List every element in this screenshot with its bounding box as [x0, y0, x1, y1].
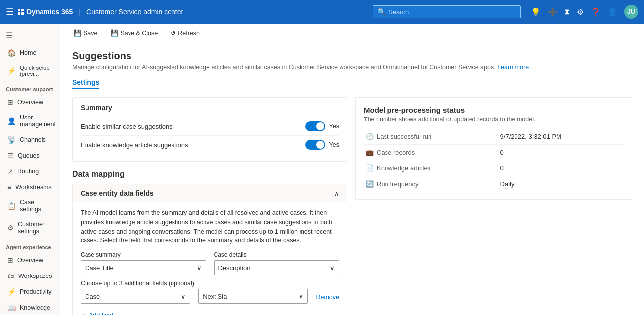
- settings-tab[interactable]: Settings: [72, 79, 99, 89]
- channels-icon: 📡: [7, 136, 16, 144]
- sidebar-item-customer-settings[interactable]: ⚙ Customer settings: [0, 217, 60, 238]
- model-status-card: Model pre-processing status The number s…: [355, 97, 632, 200]
- user-icon[interactable]: 👤: [607, 7, 617, 17]
- data-mapping-section: Data mapping Case entity data fields ∧ T…: [72, 170, 347, 315]
- case-summary-details-row: Case summary Case Title ∨ Case details: [81, 251, 339, 275]
- summary-body: Enable similar case suggestions Yes Enab…: [73, 118, 347, 161]
- case-entity-section: Case entity data fields ∧ The AI model l…: [72, 184, 347, 315]
- sidebar-item-queues[interactable]: ☰ Queues: [0, 148, 60, 163]
- hamburger-icon[interactable]: ☰: [6, 6, 14, 17]
- sidebar-toggle[interactable]: ☰: [0, 26, 60, 45]
- page-title: Suggestions: [72, 50, 632, 62]
- case-records-value: 0: [498, 145, 624, 160]
- routing-icon: ↗: [7, 167, 13, 175]
- plus-icon[interactable]: ➕: [548, 7, 558, 17]
- optional-field1-select[interactable]: Case ∨: [81, 289, 190, 304]
- sidebar-case-settings-label: Case settings: [20, 199, 54, 213]
- sidebar-quick-setup-label: Quick setup (previ...: [20, 65, 54, 77]
- add-field-button[interactable]: ＋ Add field: [81, 309, 113, 315]
- main-layout: ☰ 🏠 Home ⚡ Quick setup (previ... Custome…: [0, 24, 644, 315]
- avatar[interactable]: JU: [624, 5, 638, 19]
- sidebar-item-overview-cs[interactable]: ⊞ Overview: [0, 94, 60, 110]
- sidebar-item-home[interactable]: 🏠 Home: [0, 45, 60, 61]
- optional-fields-row: Case ∨ Next Sla ∨: [81, 289, 339, 304]
- summary-title: Summary: [73, 98, 347, 118]
- filter-icon[interactable]: ⧗: [564, 7, 570, 16]
- optional-field2-chevron: ∨: [299, 293, 303, 300]
- sidebar-item-overview-ae[interactable]: ⊞ Overview: [0, 252, 60, 268]
- settings-icon[interactable]: ⚙: [577, 7, 584, 17]
- sidebar-item-workspaces[interactable]: 🗂 Workspaces: [0, 268, 60, 284]
- run-frequency-icon: 🔄: [366, 180, 374, 188]
- sidebar-item-user-management[interactable]: 👤 User management: [0, 110, 60, 132]
- case-summary-label: Case summary: [81, 251, 206, 258]
- knowledge-article-value: Yes: [329, 141, 339, 148]
- knowledge-article-label: Enable knowledge article suggestions: [81, 141, 188, 149]
- sidebar-item-channels[interactable]: 📡 Channels: [0, 132, 60, 148]
- knowledge-article-toggle-wrapper: Yes: [305, 140, 339, 150]
- two-column-layout: Summary Enable similar case suggestions …: [72, 97, 632, 315]
- case-entity-header[interactable]: Case entity data fields ∧: [72, 184, 347, 202]
- sidebar-user-management-label: User management: [20, 114, 56, 128]
- sidebar-knowledge-label: Knowledge: [20, 304, 50, 311]
- case-summary-group: Case summary Case Title ∨: [81, 251, 206, 275]
- dynamics-grid-icon: [18, 9, 24, 15]
- refresh-button[interactable]: ↺ Refresh: [165, 27, 205, 39]
- run-frequency-value: Daily: [498, 176, 624, 192]
- sidebar-productivity-label: Productivity: [20, 288, 52, 295]
- sidebar-queues-label: Queues: [18, 152, 40, 159]
- knowledge-article-toggle[interactable]: [305, 140, 325, 150]
- sidebar-item-case-settings[interactable]: 📋 Case settings: [0, 195, 60, 217]
- similar-case-toggle[interactable]: [305, 121, 325, 131]
- overview-ae-icon: ⊞: [7, 256, 13, 264]
- save-close-button[interactable]: 💾 Save & Close: [105, 27, 164, 39]
- search-input[interactable]: [388, 8, 516, 16]
- data-mapping-title: Data mapping: [72, 170, 347, 179]
- similar-case-toggle-wrapper: Yes: [305, 121, 339, 131]
- case-entity-description: The AI model learns from the summary and…: [81, 208, 339, 245]
- model-run-frequency-row: 🔄 Run frequency Daily: [364, 176, 624, 192]
- app-name: Dynamics 365: [27, 8, 73, 16]
- case-details-chevron: ∨: [330, 264, 335, 272]
- case-details-group: Case details Description ∨: [214, 251, 340, 275]
- learn-more-link[interactable]: Learn more: [497, 64, 529, 71]
- case-records-icon: 💼: [366, 149, 374, 156]
- summary-card: Summary Enable similar case suggestions …: [72, 97, 347, 162]
- model-last-run-row: 🕐 Last successful run 9/7/2022, 3:32:01 …: [364, 129, 624, 145]
- sidebar-channels-label: Channels: [20, 136, 46, 143]
- remove-optional-link[interactable]: Remove: [316, 294, 339, 304]
- sidebar-item-routing[interactable]: ↗ Routing: [0, 163, 60, 179]
- lightbulb-icon[interactable]: 💡: [531, 7, 541, 17]
- sidebar-item-productivity[interactable]: ⚡ Productivity: [0, 284, 60, 300]
- sidebar-workstreams-label: Workstreams: [15, 184, 51, 191]
- workstreams-icon: ≡: [7, 183, 11, 191]
- sidebar-overview-ae-label: Overview: [17, 257, 43, 264]
- case-entity-title: Case entity data fields: [81, 189, 154, 197]
- workspaces-icon: 🗂: [7, 272, 14, 280]
- knowledge-articles-value: 0: [498, 160, 624, 176]
- similar-case-row: Enable similar case suggestions Yes: [81, 118, 339, 136]
- knowledge-article-row: Enable knowledge article suggestions Yes: [81, 136, 339, 154]
- search-bar[interactable]: 🔍: [373, 5, 521, 18]
- home-icon: 🏠: [7, 49, 16, 57]
- page-subtitle: Manage configuration for AI-suggested kn…: [72, 64, 632, 71]
- optional-field1-chevron: ∨: [181, 293, 186, 300]
- save-icon: 💾: [74, 29, 82, 37]
- optional-field2-select[interactable]: Next Sla ∨: [198, 289, 308, 304]
- model-table: 🕐 Last successful run 9/7/2022, 3:32:01 …: [364, 129, 624, 192]
- save-button[interactable]: 💾 Save: [68, 27, 103, 39]
- user-management-icon: 👤: [7, 117, 16, 125]
- overview-cs-icon: ⊞: [7, 98, 13, 106]
- optional-field2-group: Next Sla ∨: [198, 289, 308, 304]
- sidebar-item-quick-setup[interactable]: ⚡ Quick setup (previ...: [0, 61, 60, 80]
- sidebar-home-label: Home: [20, 49, 36, 56]
- sidebar-item-knowledge[interactable]: 📖 Knowledge: [0, 300, 60, 315]
- case-details-select[interactable]: Description ∨: [214, 260, 340, 275]
- sidebar-item-workstreams[interactable]: ≡ Workstreams: [0, 179, 60, 195]
- toolbar: 💾 Save 💾 Save & Close ↺ Refresh: [60, 24, 644, 42]
- page-header-title: Customer Service admin center: [86, 8, 183, 16]
- case-summary-select[interactable]: Case Title ∨: [81, 260, 206, 275]
- help-icon[interactable]: ❓: [591, 7, 601, 17]
- optional-label: Choose up to 3 additional fields (option…: [81, 280, 339, 287]
- case-settings-icon: 📋: [7, 202, 16, 210]
